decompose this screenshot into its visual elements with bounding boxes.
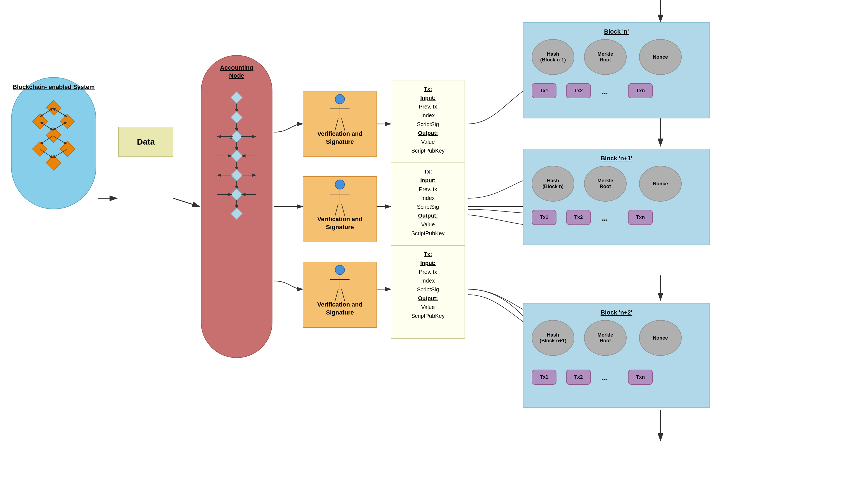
block-n1-title: Block 'n+1' — [529, 155, 704, 162]
block-n2-hash: Hash(Block n+1) — [532, 320, 575, 356]
block-n2: Block 'n+2' Hash(Block n+1) MerkleRoot N… — [523, 303, 710, 408]
block-n2-txn: Txn — [628, 369, 653, 385]
block-n2-tx2: Tx2 — [566, 369, 591, 385]
svg-line-20 — [53, 150, 67, 158]
svg-rect-38 — [231, 169, 243, 181]
block-n1-tx2: Tx2 — [566, 210, 591, 225]
data-box: Data — [118, 127, 174, 157]
svg-rect-46 — [231, 208, 243, 219]
blockchain-oval: Blockchain- enabled System — [11, 77, 96, 209]
svg-line-21 — [40, 108, 53, 117]
svg-text:1: 1 — [230, 135, 232, 140]
accounting-diamond-grid: 1 — [212, 91, 261, 284]
svg-rect-34 — [231, 150, 243, 162]
svg-line-24 — [53, 122, 67, 130]
svg-line-18 — [53, 136, 67, 144]
accounting-label: AccountingNode — [220, 64, 253, 80]
tx-text-2: Tx: Input: Prev. tx Index ScriptSig Outp… — [397, 167, 459, 238]
block-n-txn: Txn — [628, 83, 653, 98]
block-n2-title: Block 'n+2' — [529, 309, 704, 316]
verification-label-2: Verification and Signature — [307, 215, 372, 231]
diagram-container: Blockchain- enabled System — [0, 0, 868, 477]
blockchain-diamond-grid — [26, 97, 81, 174]
svg-line-3 — [174, 198, 199, 207]
block-n-hash: Hash(Block n-1) — [532, 39, 575, 75]
block-n-dots: ... — [602, 87, 608, 96]
svg-line-22 — [53, 108, 67, 117]
verification-label-3: Verification and Signature — [307, 301, 372, 317]
block-n2-dots: ... — [602, 374, 608, 382]
block-n-nonce: Nonce — [639, 39, 682, 75]
block-n2-tx1: Tx1 — [532, 369, 556, 385]
block-n1-nonce: Nonce — [639, 166, 682, 202]
svg-line-19 — [40, 150, 53, 158]
tx-box-1: Tx: Input: Prev. tx Index ScriptSig Outp… — [391, 80, 465, 174]
block-n-tx2: Tx2 — [566, 83, 591, 98]
svg-rect-28 — [231, 112, 243, 123]
tx-text-3: Tx: Input: Prev. tx Index ScriptSig Outp… — [397, 250, 459, 320]
verification-box-2: Verification and Signature — [303, 176, 377, 242]
block-n-title: Block 'n' — [529, 28, 704, 35]
block-n1-dots: ... — [602, 214, 608, 222]
block-n-tx1: Tx1 — [532, 83, 556, 98]
accounting-internal-flow: 1 — [212, 91, 261, 284]
block-n2-nonce: Nonce — [639, 320, 682, 356]
block-n2-merkle: MerkleRoot — [584, 320, 627, 356]
verification-box-1: Verification and Signature — [303, 91, 377, 157]
svg-rect-30 — [231, 131, 243, 142]
svg-rect-26 — [231, 92, 243, 103]
block-n1-txn: Txn — [628, 210, 653, 225]
block-n-merkle: MerkleRoot — [584, 39, 627, 75]
block-n1-hash: Hash(Block n) — [532, 166, 575, 202]
accounting-oval: AccountingNode — [201, 55, 273, 358]
data-label: Data — [137, 137, 155, 147]
verification-label-1: Verification and Signature — [307, 130, 372, 146]
tx-box-2: Tx: Input: Prev. tx Index ScriptSig Outp… — [391, 162, 465, 256]
block-n1: Block 'n+1' Hash(Block n) MerkleRoot Non… — [523, 149, 710, 245]
svg-rect-42 — [231, 189, 243, 200]
block-n: Block 'n' Hash(Block n-1) MerkleRoot Non… — [523, 22, 710, 118]
verification-box-3: Verification and Signature — [303, 262, 377, 328]
blockchain-label: Blockchain- enabled System — [13, 83, 95, 91]
block-n1-merkle: MerkleRoot — [584, 166, 627, 202]
svg-line-17 — [40, 136, 53, 144]
tx-box-3: Tx: Input: Prev. tx Index ScriptSig Outp… — [391, 245, 465, 339]
block-n1-tx1: Tx1 — [532, 210, 556, 225]
svg-line-23 — [40, 122, 53, 130]
tx-text-1: Tx: Input: Prev. tx Index ScriptSig Outp… — [397, 85, 459, 155]
blockchain-internal-arrows — [26, 97, 81, 174]
